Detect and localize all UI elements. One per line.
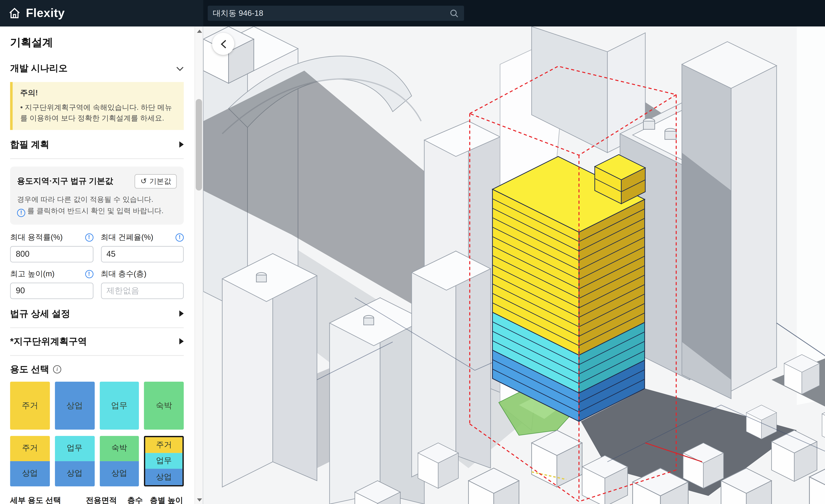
use-option-commercial[interactable]: 상업 [55, 382, 94, 429]
chevron-right-icon [179, 142, 184, 148]
regulation-default-box: 용도지역·지구 법규 기본값 ↺ 기본값 경우에 따라 다른 값이 적용될 수 … [10, 166, 183, 224]
col-area: 전용면적 [86, 495, 121, 504]
use-option-office[interactable]: 업무 [99, 382, 139, 429]
chevron-right-icon [179, 311, 184, 317]
col-floor-height: 층별 높이 [149, 495, 183, 504]
merge-plan-label: 합필 계획 [10, 139, 49, 151]
combo-seg-label: 상업 [22, 468, 38, 479]
section-law-detail[interactable]: 법규 상세 설정 [10, 308, 183, 320]
logo-text: Flexity [26, 6, 65, 20]
search-icon[interactable] [449, 9, 459, 18]
combo-seg-label: 숙박 [111, 443, 127, 454]
reset-label: 기본값 [149, 177, 171, 186]
combo-seg-label: 주거 [156, 440, 172, 450]
divider [10, 327, 183, 328]
use-select-label: 용도 선택 [10, 363, 49, 375]
logo-area[interactable]: Flexity [0, 0, 203, 26]
col-detail-use: 세부 용도 선택 [10, 495, 86, 504]
use-option-label: 상업 [66, 400, 83, 411]
district-plan-label: *지구단위계획구역 [10, 336, 87, 347]
city-3d-scene [203, 26, 825, 504]
use-option-residential[interactable]: 주거 [10, 382, 50, 429]
back-button[interactable] [212, 33, 234, 55]
divider [10, 355, 183, 356]
info-icon[interactable]: i [53, 365, 61, 373]
use-option-label: 주거 [22, 400, 38, 411]
regulation-desc-2: 를 클릭하여 반드시 확인 및 입력 바랍니다. [27, 207, 163, 215]
use-option-grid: 주거 상업 업무 숙박 [10, 382, 183, 429]
dev-scenario-label: 개발 시나리오 [10, 63, 68, 75]
detail-use-header: 세부 용도 선택 전용면적 층수 층별 높이 [10, 495, 183, 504]
section-merge-plan[interactable]: 합필 계획 [10, 139, 183, 151]
info-icon[interactable]: ! [85, 233, 93, 242]
max-floors-input[interactable] [101, 282, 183, 299]
reset-icon: ↺ [140, 177, 147, 185]
search-input[interactable] [208, 9, 450, 18]
field-max-height: 최고 높이(m)! [10, 269, 93, 299]
map-3d-viewport[interactable]: 주요 레이어 오피스텔 사무소 휴게/일반음식점 건축가능영역 지하주차장 [203, 26, 825, 504]
scrollbar-thumb[interactable] [196, 99, 202, 190]
max-height-label: 최고 높이(m) [10, 269, 55, 279]
scroll-down-button[interactable] [195, 495, 203, 504]
max-far-input[interactable] [10, 246, 93, 262]
reset-defaults-button[interactable]: ↺ 기본값 [135, 174, 177, 188]
chevron-right-icon [179, 338, 184, 345]
use-option-label: 숙박 [156, 400, 172, 411]
max-floors-label: 최대 층수(층) [101, 269, 146, 279]
combo-seg-label: 업무 [156, 456, 172, 467]
field-max-far: 최대 용적률(%)! [10, 232, 93, 262]
home-icon [8, 7, 21, 20]
page-title: 기획설계 [10, 35, 183, 50]
combo-seg-label: 상업 [111, 468, 127, 479]
regulation-desc-1: 경우에 따라 다른 값이 적용될 수 있습니다. [17, 195, 153, 203]
use-combo-grid: 주거 상업 업무 상업 숙박 상업 주거 업무 상업 [10, 436, 183, 486]
combo-seg-label: 상업 [67, 468, 82, 479]
field-max-bcr: 최대 건폐율(%)! [101, 232, 183, 262]
divider [10, 158, 183, 159]
col-floors: 층수 [121, 495, 149, 504]
use-option-lodging[interactable]: 숙박 [144, 382, 183, 429]
info-icon[interactable]: ! [85, 270, 93, 278]
warning-title: 주의! [20, 88, 177, 98]
max-height-input[interactable] [10, 282, 93, 299]
warning-body: • 지구단위계획구역에 속해있습니다. 하단 메뉴를 이용하여 보다 정확한 기… [20, 101, 177, 123]
info-icon[interactable]: ! [175, 233, 184, 242]
chevron-left-icon [219, 39, 227, 49]
regulation-title: 용도지역·지구 법규 기본값 [17, 176, 113, 187]
main-building-massing[interactable] [493, 155, 645, 421]
max-far-label: 최대 용적률(%) [10, 232, 63, 243]
field-max-floors: 최대 층수(층) [101, 269, 183, 299]
combo-office-commercial[interactable]: 업무 상업 [55, 436, 94, 486]
use-option-label: 업무 [111, 400, 127, 411]
max-bcr-label: 최대 건폐율(%) [101, 232, 153, 243]
combo-residential-commercial[interactable]: 주거 상업 [10, 436, 50, 486]
combo-seg-label: 상업 [156, 472, 172, 482]
section-district-plan[interactable]: *지구단위계획구역 [10, 336, 183, 347]
law-detail-label: 법규 상세 설정 [10, 308, 70, 320]
section-dev-scenario[interactable]: 개발 시나리오 [10, 63, 183, 75]
combo-seg-label: 업무 [67, 443, 82, 454]
regulation-fields: 최대 용적률(%)! 최대 건폐율(%)! 최고 높이(m)! 최대 층수(층) [10, 232, 183, 299]
combo-seg-label: 주거 [22, 443, 38, 454]
combo-res-office-commercial-selected[interactable]: 주거 업무 상업 [144, 436, 183, 486]
flexity-app: Flexity 사용 가이드 팀 소개 기획설계 개발 [0, 0, 825, 504]
planning-sidebar: 기획설계 개발 시나리오 주의! • 지구단위계획구역에 속해있습니다. 하단 … [0, 26, 203, 504]
max-bcr-input[interactable] [101, 246, 183, 262]
district-warning-box: 주의! • 지구단위계획구역에 속해있습니다. 하단 메뉴를 이용하여 보다 정… [10, 82, 183, 130]
scroll-up-button[interactable] [195, 26, 203, 35]
sidebar-scrollbar[interactable] [195, 26, 203, 504]
chevron-down-icon [176, 66, 184, 71]
info-icon: ! [17, 208, 25, 217]
top-header: Flexity 사용 가이드 팀 소개 [0, 0, 825, 26]
address-searchbox[interactable] [208, 6, 464, 21]
section-use-select: 용도 선택 i [10, 363, 183, 375]
combo-lodging-commercial[interactable]: 숙박 상업 [99, 436, 139, 486]
